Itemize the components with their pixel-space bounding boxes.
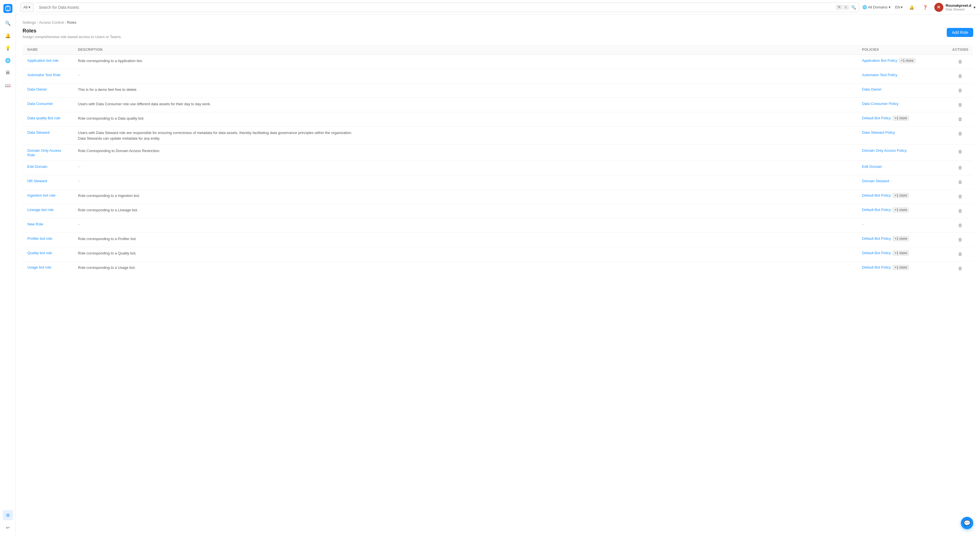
role-name-link[interactable]: Data Owner xyxy=(27,87,47,91)
sidebar-item-data-quality[interactable]: 📖 xyxy=(3,80,13,90)
role-name-link[interactable]: Automator Test Role xyxy=(27,73,60,77)
role-description: This is for a demo feel free to delete xyxy=(78,88,137,92)
role-name-link[interactable]: Data quality Bot role xyxy=(27,116,60,120)
search-shortcut: ⌘ K xyxy=(836,5,849,10)
role-name-link[interactable]: Data Steward xyxy=(27,130,49,134)
role-description: Role corresponding to a Quality bot. xyxy=(78,251,137,255)
role-name-link[interactable]: Data Consumer xyxy=(27,102,53,106)
role-name-link[interactable]: Quality bot role xyxy=(27,251,52,255)
help-button[interactable]: ❓ xyxy=(921,3,930,12)
globe-icon: 🌐 xyxy=(862,5,867,9)
policy-more-badge[interactable]: +1 more xyxy=(892,250,909,255)
topbar-right: 🌐 All Domains ▾ EN ▾ 🔔 ❓ R Rounakpreet.d… xyxy=(862,3,975,12)
policy-link[interactable]: Data Steward Policy xyxy=(862,130,895,134)
policy-dash: -- xyxy=(862,222,865,226)
policy-link[interactable]: Default Bot Policy xyxy=(862,207,891,212)
delete-role-button[interactable]: 🗑 xyxy=(956,207,965,215)
search-input[interactable] xyxy=(39,5,834,10)
page-title: Roles xyxy=(22,28,122,34)
lang-label: EN xyxy=(895,5,900,9)
role-name-link[interactable]: Ingestion bot role xyxy=(27,193,56,198)
chat-bubble-button[interactable]: 💬 xyxy=(961,517,973,529)
language-selector[interactable]: EN ▾ xyxy=(895,5,903,9)
delete-role-button[interactable]: 🗑 xyxy=(956,193,965,200)
delete-role-button[interactable]: 🗑 xyxy=(956,72,965,80)
domain-selector[interactable]: 🌐 All Domains ▾ xyxy=(862,5,891,9)
role-description: Role corresponding to a Application bot. xyxy=(78,59,143,63)
shortcut-key1: ⌘ xyxy=(836,5,842,10)
policy-more-badge[interactable]: +1 more xyxy=(892,236,909,241)
avatar: R xyxy=(934,3,943,12)
delete-role-button[interactable]: 🗑 xyxy=(956,179,965,186)
domain-label: All Domains xyxy=(868,5,888,9)
sidebar-item-settings[interactable]: ⚙ xyxy=(3,510,13,520)
policy-link[interactable]: Default Bot Policy xyxy=(862,251,891,255)
policy-link[interactable]: Default Bot Policy xyxy=(862,193,891,198)
policy-more-badge[interactable]: +1 more xyxy=(892,265,909,270)
policy-more-badge[interactable]: +1 more xyxy=(892,193,909,198)
chevron-down-icon: ▾ xyxy=(901,5,903,9)
role-name-link[interactable]: New Role xyxy=(27,222,43,226)
policy-link[interactable]: Edit Domain xyxy=(862,164,882,169)
role-name-link[interactable]: Profiler bot role xyxy=(27,236,52,241)
policy-link[interactable]: Default Bot Policy xyxy=(862,265,891,270)
delete-role-button[interactable]: 🗑 xyxy=(956,58,965,65)
sidebar-item-governance[interactable]: 🏛 xyxy=(3,68,13,78)
delete-role-button[interactable]: 🗑 xyxy=(956,236,965,244)
delete-role-button[interactable]: 🗑 xyxy=(956,116,965,123)
breadcrumb-access-control[interactable]: Access Control xyxy=(39,20,64,24)
policy-more-badge[interactable]: +1 more xyxy=(892,207,909,212)
sidebar: 🔍 🔔 💡 🌐 🏛 📖 ⚙ ↩ xyxy=(0,0,16,536)
user-name: Rounakpreet.d xyxy=(946,3,971,8)
table-row: Domain Only Access RoleRole Correspondin… xyxy=(23,145,973,161)
policy-link[interactable]: Domain Steward xyxy=(862,179,889,183)
role-name-link[interactable]: Domain Only Access Role xyxy=(27,148,61,157)
search-box[interactable]: ⌘ K 🔍 xyxy=(36,3,859,12)
sidebar-item-glossary[interactable]: 🌐 xyxy=(3,55,13,65)
role-name-link[interactable]: Application bot role xyxy=(27,58,59,63)
role-name-link[interactable]: Usage bot role xyxy=(27,265,51,270)
app-logo[interactable] xyxy=(3,3,13,14)
delete-role-button[interactable]: 🗑 xyxy=(956,164,965,172)
table-row: Lineage bot roleRole corresponding to a … xyxy=(23,204,973,219)
policy-link[interactable]: Default Bot Policy xyxy=(862,116,891,120)
delete-role-button[interactable]: 🗑 xyxy=(956,130,965,137)
user-role-label: Data Steward xyxy=(946,8,971,11)
role-description: Role corresponding to a Profiler bot. xyxy=(78,237,137,241)
policy-more-badge[interactable]: +1 more xyxy=(892,116,909,121)
policy-link[interactable]: Data Consumer Policy xyxy=(862,102,899,106)
search-scope-selector[interactable]: All ▾ xyxy=(20,3,33,12)
policy-more-badge[interactable]: +1 more xyxy=(899,58,915,63)
sidebar-item-explore[interactable]: 🔍 xyxy=(3,18,13,28)
shortcut-key2: K xyxy=(843,5,849,10)
role-description: -- xyxy=(78,222,81,226)
search-scope-label: All xyxy=(24,5,27,9)
sidebar-item-logout[interactable]: ↩ xyxy=(3,522,13,533)
delete-role-button[interactable]: 🗑 xyxy=(956,265,965,272)
policy-link[interactable]: Application Bot Policy xyxy=(862,58,897,63)
role-name-link[interactable]: HR Steward xyxy=(27,179,47,183)
role-name-link[interactable]: Edit Domain xyxy=(27,164,48,169)
table-row: Data quality Bot roleRole corresponding … xyxy=(23,112,973,127)
policy-link[interactable]: Data Owner xyxy=(862,87,881,91)
user-profile-button[interactable]: R Rounakpreet.d Data Steward ▾ xyxy=(934,3,975,12)
sidebar-item-activity[interactable]: 🔔 xyxy=(3,30,13,41)
role-name-link[interactable]: Lineage bot role xyxy=(27,207,54,212)
delete-role-button[interactable]: 🗑 xyxy=(956,101,965,108)
delete-role-button[interactable]: 🗑 xyxy=(956,222,965,229)
page-header-left: Roles Assign comprehensive role based ac… xyxy=(22,28,122,39)
add-role-button[interactable]: Add Role xyxy=(947,28,973,37)
policy-link[interactable]: Automator Test Policy xyxy=(862,73,897,77)
delete-role-button[interactable]: 🗑 xyxy=(956,87,965,94)
page-subtitle: Assign comprehensive role based access t… xyxy=(22,35,122,39)
policy-link[interactable]: Default Bot Policy xyxy=(862,236,891,241)
delete-role-button[interactable]: 🗑 xyxy=(956,250,965,258)
policy-link[interactable]: Domain Only Access Policy xyxy=(862,148,907,153)
breadcrumb-settings[interactable]: Settings xyxy=(22,20,36,24)
sidebar-item-insights[interactable]: 💡 xyxy=(3,43,13,53)
chevron-down-icon: ▾ xyxy=(974,5,975,10)
delete-role-button[interactable]: 🗑 xyxy=(956,148,965,155)
breadcrumb-sep-2: / xyxy=(65,20,66,24)
table-row: Profiler bot roleRole corresponding to a… xyxy=(23,233,973,247)
notifications-button[interactable]: 🔔 xyxy=(907,3,916,12)
